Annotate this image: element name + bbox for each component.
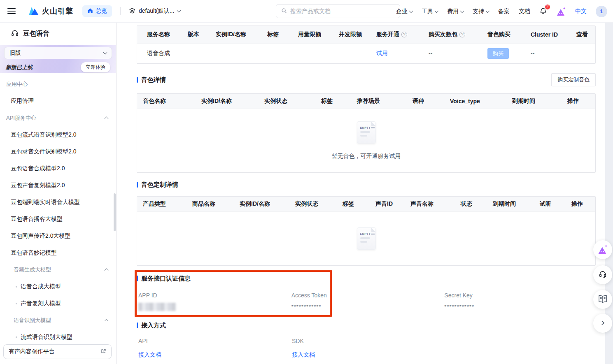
- app-id-label: APP ID: [138, 292, 290, 299]
- sidebar-item-realtime-voice[interactable]: 豆包端到端实时语音大模型: [0, 194, 116, 211]
- sidebar-scrollbar[interactable]: [114, 193, 116, 231]
- avatar[interactable]: 1: [596, 6, 607, 17]
- voice-table-empty-state: EMPTY 暂无音色，可开通服务试用: [137, 109, 595, 172]
- sidebar-item-clone-large[interactable]: 声音复刻大模型: [0, 295, 116, 312]
- help-icon[interactable]: ?: [401, 32, 407, 37]
- service-table: 服务名称 版本 实例ID/名称 标签 用量限额 并发限额 服务开通? 购买次数包…: [137, 26, 596, 64]
- brand-logo[interactable]: 火山引擎: [28, 6, 73, 16]
- app-id-value-blurred: [138, 303, 176, 311]
- col-header: 标签: [343, 200, 375, 208]
- nav-enterprise[interactable]: 企业: [396, 8, 413, 15]
- overview-tab[interactable]: 总览: [82, 5, 112, 17]
- voice-detail-table: 音色名称 实例ID/名称 实例状态 标签 推荐场景 语种 Voice_type …: [137, 93, 596, 173]
- collapse-fab[interactable]: [593, 314, 612, 333]
- voice-table-header: 音色名称 实例ID/名称 实例状态 标签 推荐场景 语种 Voice_type …: [137, 94, 595, 109]
- sidebar-section-audio-gen[interactable]: 音频生成大模型: [0, 261, 116, 278]
- col-header: 产品类型: [143, 200, 192, 208]
- nav-support[interactable]: 支持: [473, 8, 489, 15]
- brand-mountain-icon: [28, 6, 39, 16]
- ai-assistant-button[interactable]: [556, 7, 566, 16]
- ai-assistant-fab[interactable]: [593, 240, 612, 259]
- nav-billing[interactable]: 费用: [447, 8, 464, 15]
- secret-key-field: Secret Key ************: [443, 292, 596, 311]
- menu-icon[interactable]: [7, 8, 16, 14]
- col-header: 实例ID/名称: [240, 200, 295, 208]
- sidebar-item-voice-clone-2[interactable]: 豆包声音复刻模型2.0: [0, 177, 116, 194]
- chevron-right-icon: [600, 320, 606, 327]
- project-selector[interactable]: default(默认...: [129, 7, 180, 15]
- search-input[interactable]: [290, 8, 395, 14]
- chevron-down-icon: [460, 9, 464, 13]
- api-doc-link[interactable]: 接入文档: [138, 351, 161, 358]
- col-header: 状态: [461, 200, 493, 208]
- language-switch[interactable]: 中文: [575, 8, 587, 15]
- custom-detail-table: 产品类型 商品名称 实例ID/名称 实例状态 标签 声音ID 声音名称 状态 到…: [137, 196, 596, 266]
- main-content: 服务名称 版本 实例ID/名称 标签 用量限额 并发限额 服务开通? 购买次数包…: [117, 23, 613, 364]
- chevron-down-icon: [486, 9, 490, 13]
- col-header: 操作: [571, 200, 583, 208]
- empty-doc-icon: EMPTY: [357, 227, 376, 250]
- sidebar-section-api-center[interactable]: API服务中心: [0, 109, 116, 126]
- col-header: 音色购买: [487, 31, 531, 38]
- buy-custom-voice-button[interactable]: 购买定制音色: [551, 73, 596, 86]
- trial-link[interactable]: 试用: [376, 50, 388, 56]
- notifications-button[interactable]: 2: [539, 7, 547, 16]
- col-header: 推荐场景: [357, 97, 413, 105]
- chevron-down-icon: [177, 9, 181, 13]
- access-token-label: Access Token: [291, 292, 443, 299]
- sidebar-item-file-asr-2[interactable]: 豆包录音文件识别模型2.0: [0, 143, 116, 160]
- search-icon: [281, 8, 287, 15]
- chevron-up-icon: [105, 319, 109, 323]
- col-header: 音色名称: [143, 97, 201, 105]
- api-label: API: [138, 338, 290, 344]
- col-header: 实例状态: [295, 200, 343, 208]
- docs-fab[interactable]: [593, 290, 612, 309]
- sidebar-item-miaoji[interactable]: 豆包语音妙记模型: [0, 244, 116, 261]
- access-token-field: Access Token ************: [290, 292, 443, 311]
- auth-title: 服务接口认证信息: [137, 275, 596, 282]
- support-fab[interactable]: [593, 265, 612, 284]
- try-now-button[interactable]: 立即体验: [81, 62, 110, 72]
- sidebar-item-stream-asr-large[interactable]: 流式语音识别大模型: [0, 329, 116, 345]
- col-header: 到期时间: [493, 200, 540, 208]
- external-link-icon: [100, 348, 106, 355]
- notification-badge: 2: [544, 4, 551, 10]
- col-header: 购买次数包?: [429, 31, 487, 38]
- global-search[interactable]: [276, 4, 400, 18]
- auth-section: 服务接口认证信息 APP ID Access Token ***********…: [137, 275, 596, 311]
- sidebar-section-asr-large[interactable]: 语音识别大模型: [0, 312, 116, 329]
- sidebar-item-stream-asr-2[interactable]: 豆包流式语音识别模型2.0: [0, 126, 116, 143]
- sdk-access: SDK 接入文档: [290, 338, 444, 359]
- chevron-up-icon: [105, 269, 109, 273]
- help-icon[interactable]: ?: [459, 32, 465, 37]
- audio-creation-platform-link[interactable]: 有声内容创作平台: [3, 344, 112, 359]
- table-cell: 购买: [487, 48, 531, 59]
- col-header: 声音名称: [410, 200, 461, 208]
- col-header: 到期时间: [512, 97, 567, 105]
- sdk-label: SDK: [292, 338, 444, 344]
- page-scrollbar-track[interactable]: [605, 23, 613, 364]
- col-header: 查看: [576, 31, 588, 38]
- headset-ai-icon: [11, 29, 19, 39]
- col-header: 用量限额: [298, 31, 339, 38]
- sidebar-item-app-management[interactable]: 应用管理: [0, 93, 116, 109]
- secret-key-value: ************: [444, 304, 596, 310]
- sidebar-item-tts-large[interactable]: 语音合成大模型: [0, 278, 116, 295]
- buy-voice-button[interactable]: 购买: [487, 48, 509, 59]
- sidebar-item-podcast[interactable]: 豆包语音播客大模型: [0, 211, 116, 227]
- col-header: 实例ID/名称: [216, 31, 267, 38]
- sidebar-header: 豆包语音: [0, 23, 116, 45]
- nav-tools[interactable]: 工具: [422, 8, 438, 15]
- nav-icp[interactable]: 备案: [498, 8, 510, 15]
- version-selector[interactable]: 旧版: [4, 47, 112, 59]
- access-section: 接入方式 API 接入文档 SDK 接入文档: [137, 322, 596, 359]
- table-cell: --: [429, 50, 487, 57]
- col-header: 声音ID: [375, 200, 410, 208]
- chevron-up-icon: [105, 117, 109, 121]
- col-header: 语种: [413, 97, 450, 105]
- nav-docs[interactable]: 文档: [519, 8, 530, 15]
- sidebar-item-tts-2[interactable]: 豆包语音合成模型2.0: [0, 160, 116, 177]
- sidebar-item-simul-translate[interactable]: 豆包同声传译2.0大模型: [0, 227, 116, 244]
- col-header: 服务名称: [147, 31, 188, 38]
- sdk-doc-link[interactable]: 接入文档: [292, 351, 315, 358]
